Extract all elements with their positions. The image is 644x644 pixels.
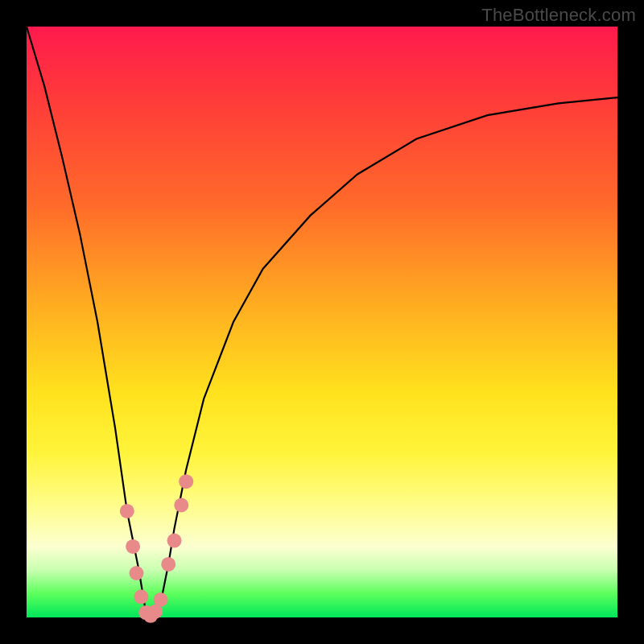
marker-dot — [161, 557, 175, 572]
marker-dot — [154, 592, 168, 607]
marker-dot — [130, 566, 144, 580]
chart-frame: TheBottleneck.com — [0, 0, 644, 644]
marker-dot — [174, 498, 188, 513]
chart-svg — [0, 0, 644, 644]
marker-layer — [120, 474, 193, 623]
marker-dot — [134, 589, 148, 604]
marker-dot — [120, 504, 134, 518]
curve-layer — [27, 27, 617, 617]
marker-dot — [167, 534, 182, 548]
bottleneck-curve — [27, 27, 617, 617]
marker-dot — [126, 539, 140, 554]
marker-dot — [179, 474, 193, 489]
